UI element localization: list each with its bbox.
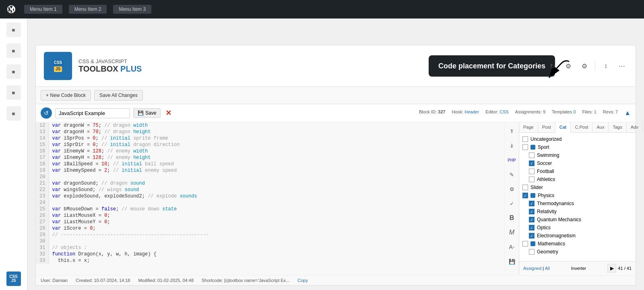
list-item[interactable]: Football	[522, 167, 632, 175]
list-item[interactable]: ✓Thermodynamics	[522, 200, 632, 208]
all-link[interactable]: All	[545, 266, 550, 271]
block-save-button[interactable]: 💾 Save	[133, 108, 161, 118]
category-checkbox[interactable]	[529, 177, 535, 182]
line-content: var wingsSound; // wings sound	[49, 187, 504, 193]
tab-tags[interactable]: Tags	[609, 122, 626, 132]
templates-link[interactable]: 0	[573, 109, 576, 114]
block-name-input[interactable]	[55, 108, 130, 118]
sidebar-icon-5[interactable]: ■	[6, 106, 21, 121]
table-row: 29 // ----------------------------------…	[36, 232, 504, 238]
admin-menu-item-1[interactable]: Menu Item 1	[24, 5, 62, 14]
category-checkbox[interactable]	[522, 136, 528, 142]
tab-cpost[interactable]: C.Post	[571, 122, 592, 132]
panel-icon-upload[interactable]: ⇑	[506, 125, 518, 137]
category-checkbox[interactable]	[529, 249, 535, 255]
list-item[interactable]: ✓Electromagnetism	[522, 232, 632, 240]
category-checkbox[interactable]	[522, 185, 528, 190]
category-checkbox[interactable]: ✓	[529, 217, 535, 222]
panel-icon-download[interactable]: ⇓	[506, 140, 518, 151]
category-checkbox[interactable]	[522, 144, 528, 150]
category-checkbox[interactable]: ✓	[529, 160, 535, 166]
sidebar-icon-4[interactable]: ■	[6, 85, 21, 100]
sidebar-icon-1[interactable]: ■	[6, 23, 21, 37]
collapse-button[interactable]: ▲	[624, 109, 631, 117]
list-item[interactable]: ✓Optics	[522, 224, 632, 232]
list-item[interactable]: Slider	[522, 183, 632, 191]
line-number: 30	[36, 238, 49, 245]
list-item[interactable]: ✓Relativity	[522, 208, 632, 216]
new-code-block-button[interactable]: + New Code Block	[41, 90, 91, 101]
copy-link[interactable]: Copy	[297, 278, 308, 283]
tab-aux[interactable]: Aux	[592, 122, 609, 132]
save-all-changes-button[interactable]: Save All Changes	[94, 90, 143, 101]
tab-post[interactable]: Post	[538, 122, 555, 132]
block-spin-icon[interactable]: ↺	[41, 107, 52, 119]
sidebar-icon-plugin[interactable]: CSSJS	[6, 271, 21, 286]
panel-icon-bold[interactable]: B	[506, 212, 518, 224]
list-item[interactable]: Uncategorized	[522, 135, 632, 143]
block-close-button[interactable]: ✕	[164, 109, 173, 117]
tab-adv[interactable]: Adv	[627, 122, 643, 132]
assignments-link[interactable]: 9	[543, 109, 545, 114]
category-checkbox[interactable]: ✓	[529, 225, 535, 230]
refresh-icon[interactable]: ↻	[547, 60, 558, 72]
nav-prev-button[interactable]: ▶	[607, 264, 616, 273]
category-checkbox[interactable]	[529, 169, 535, 174]
panel-icon-italic[interactable]: M	[506, 227, 518, 238]
logo-js-label: JS	[54, 66, 62, 72]
settings-icon-2[interactable]: ⚙	[579, 60, 590, 72]
table-row: 22 var wingsSound; // wings sound	[36, 187, 504, 193]
list-item[interactable]: ✓Physics	[522, 191, 632, 200]
line-content: var dragonW = 75; // dragon width	[49, 122, 504, 129]
category-checkbox[interactable]: ✓	[522, 193, 528, 198]
assigned-link[interactable]: Assigned	[523, 266, 541, 271]
list-item[interactable]: Athletics	[522, 175, 632, 183]
list-item[interactable]: Mathematics	[522, 240, 632, 248]
panel-icon-font[interactable]: A+	[506, 241, 518, 253]
list-item[interactable]: Geometry	[522, 248, 632, 256]
category-checkbox[interactable]: ✓	[529, 209, 535, 214]
category-checkbox[interactable]	[529, 152, 535, 158]
settings-icon-1[interactable]: ⚙	[563, 60, 574, 72]
color-swatch	[530, 193, 535, 198]
category-label: Slider	[530, 185, 543, 190]
category-checkbox[interactable]: ✓	[529, 201, 535, 206]
editor-link[interactable]: CSS	[500, 109, 509, 114]
category-label: Geometry	[537, 249, 558, 255]
color-swatch	[530, 241, 535, 246]
list-item[interactable]: ✓Quantum Mechanics	[522, 216, 632, 224]
category-checkbox[interactable]: ✓	[529, 233, 535, 239]
table-row: 12 var dragonW = 75; // dragon width	[36, 122, 504, 129]
tab-page[interactable]: Page	[519, 122, 538, 132]
list-item[interactable]: Sport	[522, 143, 632, 151]
admin-menu-item-3[interactable]: Menu Item 3	[113, 5, 151, 14]
revs-label: Revs: 7	[603, 109, 618, 117]
category-checkbox[interactable]	[522, 241, 528, 247]
admin-menu-item-2[interactable]: Menu Item 2	[69, 5, 107, 14]
files-link[interactable]: 1	[594, 109, 597, 114]
revs-link[interactable]: 7	[615, 109, 618, 114]
table-row: 23 var explodeSound, explodeSound2; // e…	[36, 193, 504, 200]
expand-icon[interactable]: ↕	[600, 60, 611, 72]
list-item[interactable]: Swimming	[522, 151, 632, 159]
line-number: 14	[36, 135, 49, 142]
line-number: 25	[36, 206, 49, 212]
hook-link[interactable]: Header	[464, 109, 479, 114]
panel-icon-settings[interactable]: ⚙	[506, 183, 518, 195]
nav-arrow: ▶ 41 / 41	[607, 264, 632, 273]
line-number: 19	[36, 167, 49, 174]
sidebar-icon-3[interactable]: ■	[6, 64, 21, 79]
sidebar-icon-2[interactable]: ■	[6, 43, 21, 58]
tab-cat[interactable]: Cat	[555, 122, 571, 133]
panel-icon-save[interactable]: 💾	[506, 256, 518, 267]
wp-logo[interactable]	[5, 3, 18, 16]
panel-icon-php[interactable]: PHP	[506, 154, 518, 166]
list-item[interactable]: ✓Soccer	[522, 159, 632, 167]
more-icon[interactable]: ⋯	[616, 60, 627, 72]
panel-icon-edit[interactable]: ✎	[506, 169, 518, 180]
code-editor-container: 12 var dragonW = 75; // dragon width 13 …	[36, 122, 636, 275]
line-number: 33	[36, 257, 49, 264]
code-editor[interactable]: 12 var dragonW = 75; // dragon width 13 …	[36, 122, 504, 275]
block-meta: Block ID: 327 Hook: Header Editor: CSS A…	[419, 109, 631, 117]
panel-icon-check[interactable]: ✓	[506, 198, 518, 209]
